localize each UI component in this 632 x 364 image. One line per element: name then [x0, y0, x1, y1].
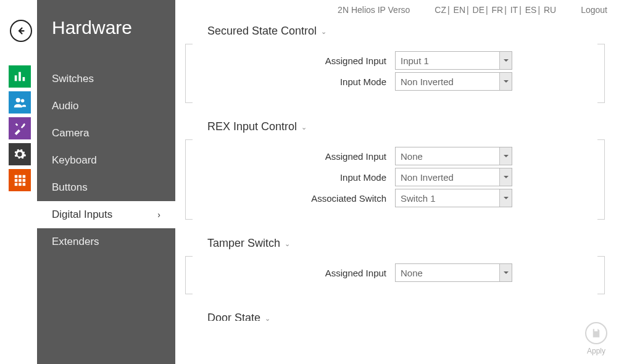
apply-label: Apply — [587, 347, 605, 355]
field-label: Assigned Input — [185, 268, 395, 278]
svg-rect-11 — [15, 183, 18, 186]
system-tile[interactable] — [9, 169, 31, 191]
associated-switch-select[interactable]: Switch 1 — [395, 189, 512, 207]
dropdown-button[interactable] — [499, 168, 512, 186]
language-switch: CZ| EN| DE| FR| IT| ES| RU — [434, 5, 556, 15]
select-value: None — [396, 268, 499, 278]
device-name: 2N Helios IP Verso — [338, 5, 410, 15]
bracket-left — [185, 139, 193, 220]
dropdown-button[interactable] — [499, 147, 512, 165]
back-button[interactable] — [10, 20, 32, 42]
svg-rect-6 — [19, 175, 22, 178]
section-title[interactable]: Door State ⌄ — [185, 312, 605, 321]
services-tile[interactable] — [9, 117, 31, 139]
sidebar-item-label: Camera — [52, 127, 89, 139]
sidebar-item-keyboard[interactable]: Keyboard — [37, 147, 175, 174]
tools-icon — [13, 122, 27, 135]
grid-icon — [13, 173, 27, 187]
sidebar-item-camera[interactable]: Camera — [37, 120, 175, 147]
chevron-right-icon: › — [157, 210, 160, 220]
svg-rect-2 — [23, 77, 25, 81]
svg-point-3 — [16, 98, 20, 102]
field-label: Input Mode — [185, 172, 395, 183]
row-assigned-input: Assigned Input None — [185, 263, 605, 282]
dropdown-button[interactable] — [499, 52, 512, 69]
assigned-input-select[interactable]: Input 1 — [395, 51, 512, 70]
section-title[interactable]: REX Input Control ⌄ — [185, 120, 605, 133]
bracket-left — [185, 256, 193, 294]
section-body: Assigned Input None — [185, 256, 605, 294]
chevron-down-icon — [503, 57, 509, 64]
chevron-down-icon — [503, 270, 509, 276]
sidebar-item-audio[interactable]: Audio — [37, 93, 175, 120]
sidebar-item-label: Extenders — [52, 236, 99, 248]
gear-icon — [13, 147, 27, 161]
sidebar-item-label: Buttons — [52, 181, 88, 194]
chevron-down-icon — [503, 78, 509, 85]
svg-rect-1 — [19, 72, 21, 81]
input-mode-select[interactable]: Non Inverted — [395, 72, 512, 91]
svg-rect-9 — [19, 179, 22, 182]
section-title[interactable]: Tamper Switch ⌄ — [185, 237, 605, 250]
select-value: None — [396, 151, 499, 162]
apply-button[interactable]: Apply — [585, 322, 607, 355]
assigned-input-select[interactable]: None — [395, 263, 512, 282]
section-tamper-switch: Tamper Switch ⌄ Assigned Input None — [185, 237, 605, 294]
lang-it[interactable]: IT — [510, 5, 518, 15]
sidebar-item-extenders[interactable]: Extenders — [37, 228, 175, 255]
bracket-right — [597, 256, 605, 294]
chevron-down-icon: ⌄ — [321, 28, 326, 35]
section-title[interactable]: Secured State Control ⌄ — [185, 25, 605, 38]
logout-link[interactable]: Logout — [581, 5, 607, 15]
lang-fr[interactable]: FR — [492, 5, 504, 15]
svg-point-4 — [21, 99, 25, 103]
main-content: Secured State Control ⌄ Assigned Input I… — [185, 25, 605, 321]
apply-button-circle — [585, 322, 607, 344]
svg-rect-5 — [15, 175, 18, 178]
row-assigned-input: Assigned Input None — [185, 147, 605, 165]
sidebar-item-label: Digital Inputs — [52, 209, 112, 221]
lang-de[interactable]: DE — [473, 5, 484, 15]
section-body: Assigned Input Input 1 Input Mode Non In… — [185, 44, 605, 103]
lang-cz[interactable]: CZ — [434, 5, 446, 15]
bracket-left — [185, 44, 193, 103]
dropdown-button[interactable] — [499, 73, 512, 90]
lang-es[interactable]: ES — [525, 5, 537, 15]
assigned-input-select[interactable]: None — [395, 147, 512, 165]
users-icon — [13, 96, 27, 109]
select-value: Input 1 — [396, 56, 499, 66]
svg-rect-7 — [23, 175, 26, 178]
svg-rect-10 — [23, 179, 26, 182]
lang-en[interactable]: EN — [454, 5, 465, 15]
sidebar-item-buttons[interactable]: Buttons — [37, 174, 175, 201]
svg-rect-0 — [15, 75, 17, 81]
chevron-down-icon: ⌄ — [285, 240, 290, 247]
row-assigned-input: Assigned Input Input 1 — [185, 51, 605, 70]
directory-tile[interactable] — [9, 91, 31, 114]
field-label: Assigned Input — [185, 151, 395, 162]
input-mode-select[interactable]: Non Inverted — [395, 168, 512, 186]
chevron-down-icon: ⌄ — [301, 123, 307, 131]
section-secured-state-control: Secured State Control ⌄ Assigned Input I… — [185, 25, 605, 103]
lang-ru[interactable]: RU — [544, 5, 556, 15]
page-title: Hardware — [37, 0, 175, 65]
svg-rect-12 — [19, 183, 22, 186]
bar-chart-icon — [13, 70, 27, 83]
module-tiles — [9, 65, 31, 191]
arrow-left-icon — [15, 25, 27, 36]
sidebar-item-switches[interactable]: Switches — [37, 65, 175, 93]
chevron-down-icon — [503, 174, 509, 180]
select-value: Non Inverted — [396, 172, 499, 183]
field-label: Associated Switch — [185, 193, 395, 204]
dropdown-button[interactable] — [499, 189, 512, 207]
status-tile[interactable] — [9, 65, 31, 88]
sidebar-item-digital-inputs[interactable]: Digital Inputs › — [37, 201, 175, 228]
section-door-state: Door State ⌄ Assigned Input None Input M… — [185, 312, 605, 321]
svg-rect-8 — [15, 179, 18, 182]
sidebar: Hardware Switches Audio Camera Keyboard … — [37, 0, 175, 364]
dropdown-button[interactable] — [499, 264, 512, 281]
hardware-tile[interactable] — [9, 143, 31, 165]
bracket-right — [597, 139, 605, 220]
select-value: Non Inverted — [396, 77, 499, 87]
row-input-mode: Input Mode Non Inverted — [185, 168, 605, 186]
